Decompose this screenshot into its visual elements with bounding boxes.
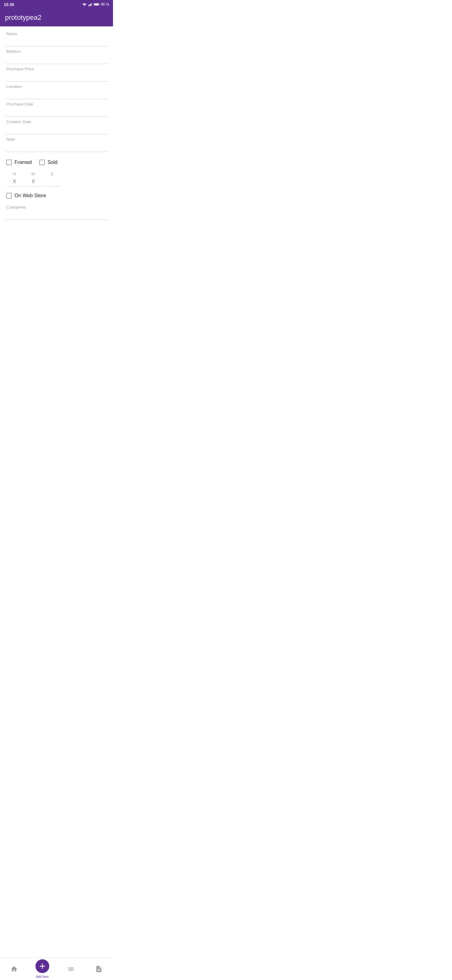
medium-input[interactable] (5, 55, 108, 64)
framed-sold-row: Framed Sold (6, 159, 108, 165)
sold-checkbox[interactable]: Sold (39, 159, 57, 165)
depth-label: D (51, 172, 53, 176)
app-bar: prototypea2 (0, 9, 113, 26)
svg-rect-6 (94, 4, 98, 5)
status-bar: 15:35 96 % (0, 0, 113, 9)
purchase-price-input[interactable] (5, 73, 108, 82)
svg-rect-5 (98, 4, 99, 5)
note-input[interactable] (5, 143, 108, 152)
purchase-date-field: Purchase Date (5, 102, 108, 117)
app-title: prototypea2 (5, 14, 41, 22)
categories-field: Categories (5, 205, 108, 220)
framed-checkbox[interactable]: Framed (6, 159, 32, 165)
name-field: Name (5, 32, 108, 46)
depth-field: D (44, 172, 60, 186)
signal-icon (88, 3, 93, 6)
medium-field: Medium (5, 49, 108, 64)
sold-label: Sold (48, 159, 57, 165)
creation-date-input[interactable] (5, 125, 108, 134)
creation-date-label: Creation Date (6, 119, 108, 124)
height-label: H (13, 172, 16, 176)
webstore-row[interactable]: On Web Store (6, 193, 108, 199)
location-field: Location (5, 84, 108, 99)
framed-label: Framed (14, 159, 32, 165)
note-field: Note (5, 137, 108, 152)
location-input[interactable] (5, 90, 108, 99)
sold-checkbox-box[interactable] (39, 159, 45, 165)
medium-label: Medium (6, 49, 108, 54)
framed-checkbox-box[interactable] (6, 159, 12, 165)
width-input[interactable] (25, 177, 41, 186)
svg-rect-3 (91, 3, 92, 6)
status-time: 15:35 (4, 2, 14, 7)
categories-label: Categories (6, 205, 108, 210)
location-label: Location (6, 84, 108, 89)
svg-rect-2 (90, 3, 91, 6)
battery-icon (94, 3, 100, 6)
name-label: Name (6, 32, 108, 36)
depth-input[interactable] (44, 177, 60, 186)
webstore-label: On Web Store (14, 193, 46, 199)
creation-date-field: Creation Date (5, 119, 108, 134)
wifi-icon (82, 3, 87, 6)
status-indicators: 96 % (82, 2, 109, 6)
purchase-date-label: Purchase Date (6, 102, 108, 107)
name-input[interactable] (5, 37, 108, 46)
categories-input[interactable] (5, 211, 108, 220)
purchase-price-label: Purchase Price (6, 67, 108, 71)
battery-percent: 96 % (101, 2, 109, 6)
purchase-date-input[interactable] (5, 108, 108, 117)
dimensions-row: H W D (6, 172, 108, 186)
webstore-checkbox-box[interactable] (6, 193, 12, 199)
svg-rect-1 (89, 4, 90, 6)
width-label: W (32, 172, 35, 176)
purchase-price-field: Purchase Price (5, 67, 108, 82)
note-label: Note (6, 137, 108, 142)
svg-rect-0 (88, 5, 89, 6)
width-field: W (25, 172, 41, 186)
height-field: H (6, 172, 22, 186)
height-input[interactable] (6, 177, 22, 186)
form-content: Name Medium Purchase Price Location Purc… (0, 26, 113, 248)
